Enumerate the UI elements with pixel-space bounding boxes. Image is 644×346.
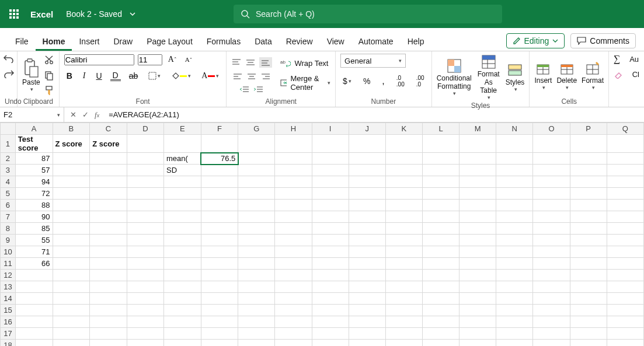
cell[interactable] xyxy=(422,211,459,223)
tab-help[interactable]: Help xyxy=(401,37,431,51)
align-bottom-button[interactable] xyxy=(259,57,272,68)
cell[interactable] xyxy=(127,246,163,258)
cell[interactable] xyxy=(570,188,607,200)
cell[interactable] xyxy=(53,293,90,305)
cell[interactable] xyxy=(312,246,349,258)
cell[interactable] xyxy=(127,270,163,281)
cell[interactable] xyxy=(459,281,496,293)
enter-formula-button[interactable]: ✓ xyxy=(82,110,89,119)
cell[interactable] xyxy=(385,328,422,340)
cell[interactable] xyxy=(238,235,275,246)
row-header[interactable]: 13 xyxy=(1,281,16,293)
cell[interactable] xyxy=(349,305,385,316)
search-box[interactable]: Search (Alt + Q) xyxy=(234,5,502,23)
cell[interactable] xyxy=(312,340,349,347)
cell[interactable] xyxy=(422,293,459,305)
decrease-indent-button[interactable] xyxy=(239,85,250,93)
cell[interactable] xyxy=(349,211,385,223)
align-left-button[interactable] xyxy=(232,72,243,81)
tab-formulas[interactable]: Formulas xyxy=(200,37,248,51)
cell[interactable] xyxy=(570,293,607,305)
cell[interactable] xyxy=(459,340,496,347)
cell[interactable] xyxy=(127,305,163,316)
cell[interactable] xyxy=(127,258,163,270)
cell[interactable] xyxy=(164,211,201,223)
cell[interactable] xyxy=(312,293,349,305)
increase-decimal-button[interactable]: .0.00 xyxy=(394,74,407,89)
align-middle-button[interactable] xyxy=(245,58,256,67)
double-underline-button[interactable]: D xyxy=(110,71,121,81)
col-header[interactable]: N xyxy=(496,123,533,135)
cell[interactable] xyxy=(385,211,422,223)
cell[interactable] xyxy=(238,188,275,200)
row-header[interactable]: 4 xyxy=(1,176,16,188)
cell[interactable] xyxy=(459,223,496,235)
cell[interactable] xyxy=(385,340,422,347)
doc-menu-chevron[interactable] xyxy=(129,11,136,18)
cell[interactable] xyxy=(312,176,349,188)
underline-button[interactable]: U xyxy=(93,70,104,82)
cell[interactable] xyxy=(238,165,275,176)
cell[interactable] xyxy=(15,293,53,305)
cell[interactable] xyxy=(164,200,201,211)
cell[interactable] xyxy=(422,176,459,188)
cell[interactable] xyxy=(385,305,422,316)
cell[interactable] xyxy=(90,305,127,316)
clear-button[interactable]: Cl xyxy=(614,70,639,79)
cell[interactable] xyxy=(201,211,238,223)
cell[interactable] xyxy=(275,200,312,211)
cell[interactable] xyxy=(570,165,607,176)
cell[interactable] xyxy=(496,153,533,165)
cell[interactable] xyxy=(385,223,422,235)
cell[interactable] xyxy=(275,328,312,340)
cell[interactable] xyxy=(90,246,127,258)
row-header[interactable]: 5 xyxy=(1,188,16,200)
cell[interactable] xyxy=(385,188,422,200)
cell[interactable] xyxy=(201,246,238,258)
cell[interactable] xyxy=(164,316,201,328)
cell[interactable] xyxy=(312,211,349,223)
formula-input[interactable]: =AVERAGE(A2:A11) xyxy=(105,110,644,119)
cell[interactable] xyxy=(533,153,570,165)
row-header[interactable]: 18 xyxy=(1,340,16,347)
cell[interactable] xyxy=(201,258,238,270)
cell[interactable] xyxy=(459,293,496,305)
comma-format-button[interactable]: , xyxy=(380,75,387,88)
cell[interactable] xyxy=(607,246,643,258)
format-cells-button[interactable]: Format▾ xyxy=(582,60,604,90)
cell[interactable] xyxy=(533,176,570,188)
spreadsheet-grid[interactable]: A B C D E F G H I J K L M N O P Q 1 Test… xyxy=(0,123,644,346)
cell[interactable] xyxy=(238,340,275,347)
cell[interactable] xyxy=(312,305,349,316)
cell[interactable] xyxy=(533,340,570,347)
col-header[interactable]: K xyxy=(385,123,422,135)
cell[interactable] xyxy=(422,270,459,281)
row-header[interactable]: 14 xyxy=(1,293,16,305)
cell[interactable] xyxy=(238,153,275,165)
cell[interactable] xyxy=(275,305,312,316)
select-all-corner[interactable] xyxy=(1,123,16,135)
cell[interactable] xyxy=(496,305,533,316)
cell[interactable]: 71 xyxy=(15,246,53,258)
cell[interactable] xyxy=(201,176,238,188)
cell[interactable] xyxy=(275,246,312,258)
cell[interactable] xyxy=(385,293,422,305)
cell[interactable] xyxy=(201,316,238,328)
cell[interactable] xyxy=(533,165,570,176)
cell[interactable]: 88 xyxy=(15,200,53,211)
row-header[interactable]: 7 xyxy=(1,211,16,223)
cell[interactable] xyxy=(570,235,607,246)
cell[interactable] xyxy=(496,328,533,340)
cell[interactable] xyxy=(164,305,201,316)
cell[interactable] xyxy=(238,200,275,211)
cell[interactable] xyxy=(275,235,312,246)
cell[interactable]: 94 xyxy=(15,176,53,188)
cell[interactable] xyxy=(53,246,90,258)
cell[interactable] xyxy=(422,153,459,165)
bold-button[interactable]: B xyxy=(64,70,75,82)
cell[interactable] xyxy=(459,246,496,258)
format-as-table-button[interactable]: Format As Table▾ xyxy=(478,54,500,100)
editing-mode-button[interactable]: Editing xyxy=(506,33,565,48)
cell[interactable] xyxy=(53,235,90,246)
cell[interactable] xyxy=(201,281,238,293)
